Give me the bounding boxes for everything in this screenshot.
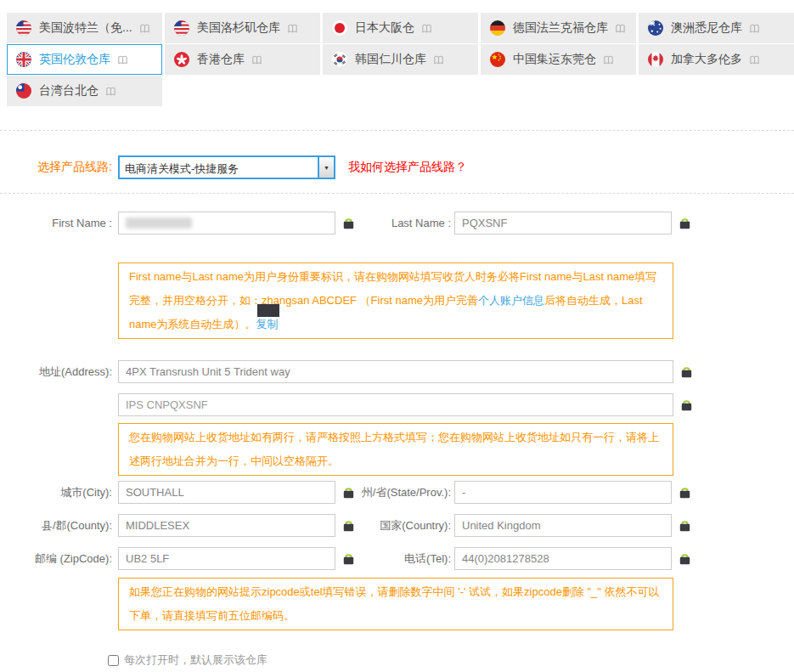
city-state-row: 城市(City): 州/省(State/Prov.): [0, 481, 794, 504]
warehouse-tab-gb-london[interactable]: 英国伦敦仓库 [7, 44, 162, 75]
flag-icon-tw [16, 83, 31, 99]
copy-icon[interactable] [341, 551, 356, 566]
address-label: 地址(Address): [0, 364, 112, 380]
copy-icon[interactable] [341, 485, 356, 500]
state-label: 州/省(State/Prov.): [356, 485, 451, 500]
address-line1-input[interactable] [118, 360, 673, 383]
warehouse-tab-au-sydney[interactable]: 澳洲悉尼仓库 [639, 13, 794, 43]
flag-icon-gb [16, 52, 31, 67]
copy-icon[interactable] [341, 518, 356, 533]
zip-tel-row: 邮编 (ZipCode): 电话(Tel): [0, 547, 794, 570]
copy-icon[interactable] [678, 216, 692, 230]
first-name-label: First Name : [0, 217, 112, 229]
last-name-input[interactable] [454, 212, 672, 234]
flag-icon-cn [490, 52, 505, 67]
default-warehouse-checkbox[interactable] [108, 655, 119, 666]
bookmark-icon[interactable] [615, 23, 626, 34]
copy-name-link-label: 复制 [256, 318, 279, 330]
warehouse-tab-label: 香港仓库 [197, 52, 245, 67]
warehouse-tab-ca-toronto[interactable]: 加拿大多伦多 [639, 44, 794, 75]
warehouse-tab-cn-dongguan[interactable]: 中国集运东莞仓 [481, 44, 636, 75]
warehouse-tab-row: 台湾台北仓 [7, 76, 794, 106]
name-notice-box: First name与Last name为用户身份重要标识，请在购物网站填写收货… [118, 263, 673, 339]
warehouse-tab-us-portland[interactable]: 美国波特兰（免... [7, 13, 162, 43]
first-name-field-wrap [118, 212, 335, 234]
warehouse-tab-label: 德国法兰克福仓库 [513, 20, 608, 36]
chevron-down-icon: ▼ [324, 165, 329, 171]
zipcode-notice-box: 如果您正在购物的网站提示zipcode或tel填写错误，请删除数字中间 '-' … [118, 578, 673, 630]
bookmark-icon[interactable] [251, 54, 262, 65]
warehouse-tab-row: 英国伦敦仓库香港仓库韩国仁川仓库中国集运东莞仓加拿大多伦多 [7, 44, 794, 75]
warehouse-tab-label: 加拿大多伦多 [671, 52, 742, 67]
default-warehouse-row: 每次打开时，默认展示该仓库 [108, 652, 794, 668]
copy-icon[interactable] [679, 364, 694, 379]
warehouse-tab-row: 美国波特兰（免...美国洛杉矶仓库日本大阪仓德国法兰克福仓库澳洲悉尼仓库 [7, 13, 794, 43]
copy-icon[interactable] [341, 216, 356, 230]
tel-input[interactable] [454, 547, 672, 570]
first-name-redacted-value [126, 217, 192, 229]
country-label: 国家(Country): [356, 518, 451, 534]
address-line1-row: 地址(Address): [0, 360, 794, 383]
bookmark-icon[interactable] [287, 23, 298, 34]
warehouse-tab-hk[interactable]: 香港仓库 [165, 44, 320, 75]
default-warehouse-label: 每次打开时，默认展示该仓库 [124, 652, 267, 668]
flag-icon-au [648, 20, 663, 36]
copy-icon[interactable] [678, 518, 692, 533]
country-input[interactable] [454, 514, 672, 537]
bookmark-icon[interactable] [139, 23, 150, 34]
account-info-link[interactable]: 个人账户信息 [478, 294, 544, 307]
bookmark-icon[interactable] [749, 54, 760, 65]
dashed-divider-top [0, 130, 794, 131]
warehouse-tab-label: 中国集运东莞仓 [513, 52, 596, 67]
bookmark-icon[interactable] [117, 54, 128, 65]
county-country-row: 县/郡(County): 国家(Country): [0, 514, 794, 537]
product-line-row: 选择产品线路: 电商清关模式-快捷服务 ▼ 我如何选择产品线路？ [0, 155, 794, 179]
flag-icon-de [490, 20, 505, 36]
city-label: 城市(City): [0, 485, 112, 500]
warehouse-tab-label: 美国波特兰（免... [39, 20, 132, 36]
dashed-divider-bottom [0, 193, 794, 194]
address-line2-input[interactable] [118, 393, 673, 416]
warehouse-tab-de-frankfurt[interactable]: 德国法兰克福仓库 [481, 13, 636, 43]
last-name-label: Last Name : [356, 217, 451, 229]
copy-icon[interactable] [678, 485, 692, 500]
copy-icon[interactable] [679, 398, 694, 412]
warehouse-tab-label: 英国伦敦仓库 [39, 52, 110, 67]
flag-icon-ca [648, 52, 663, 67]
county-input[interactable] [118, 514, 335, 537]
copy-name-link[interactable]: 复制 [256, 318, 279, 330]
address-form: First Name : Last Name : First name与Last… [0, 212, 794, 668]
product-line-select[interactable]: 电商清关模式-快捷服务 ▼ [118, 155, 335, 179]
warehouse-tab-label: 台湾台北仓 [39, 83, 99, 99]
warehouse-tab-kr-incheon[interactable]: 韩国仁川仓库 [323, 44, 478, 75]
flag-icon-jp [332, 20, 347, 36]
warehouse-tab-tw-taipei[interactable]: 台湾台北仓 [7, 76, 162, 106]
bookmark-icon[interactable] [105, 86, 116, 97]
copy-icon[interactable] [678, 551, 692, 566]
flag-icon-us [174, 20, 189, 36]
warehouse-tab-label: 韩国仁川仓库 [355, 52, 426, 67]
state-input[interactable] [454, 481, 672, 504]
bookmark-icon[interactable] [421, 23, 432, 34]
select-dropdown-button[interactable]: ▼ [318, 157, 334, 178]
bookmark-icon[interactable] [749, 23, 760, 34]
flag-icon-kr [332, 52, 347, 67]
tel-label: 电话(Tel): [356, 551, 451, 567]
warehouse-tab-jp-osaka[interactable]: 日本大阪仓 [323, 13, 478, 43]
product-line-help-link[interactable]: 我如何选择产品线路？ [348, 160, 467, 175]
warehouse-tab-label: 澳洲悉尼仓库 [671, 20, 742, 36]
copy-button-overlay[interactable] [257, 304, 279, 317]
address-notice-box: 您在购物网站上收货地址如有两行，请严格按照上方格式填写；您在购物网站上收货地址如… [118, 423, 673, 476]
zipcode-input[interactable] [118, 547, 335, 570]
product-line-selected-value: 电商清关模式-快捷服务 [120, 157, 318, 178]
bookmark-icon[interactable] [433, 54, 444, 65]
flag-icon-us [16, 20, 31, 36]
warehouse-tab-us-la[interactable]: 美国洛杉矶仓库 [165, 13, 320, 43]
product-line-label: 选择产品线路: [0, 160, 112, 175]
bookmark-icon[interactable] [603, 54, 614, 65]
address-line2-row [0, 393, 794, 416]
warehouse-tab-label: 美国洛杉矶仓库 [197, 20, 280, 36]
name-row: First Name : Last Name : [0, 212, 794, 234]
warehouse-tab-label: 日本大阪仓 [355, 20, 414, 36]
city-input[interactable] [118, 481, 335, 504]
